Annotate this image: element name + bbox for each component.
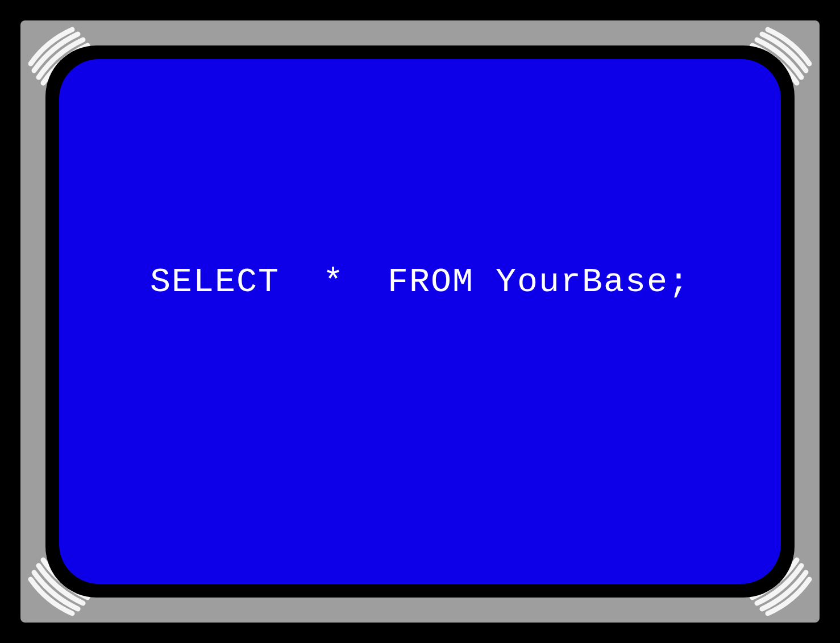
terminal-command-text: SELECT * FROM YourBase; [150,263,690,301]
screen-inner-border: SELECT * FROM YourBase; [45,45,795,598]
crt-screen: SELECT * FROM YourBase; [59,59,781,584]
outer-frame: SELECT * FROM YourBase; [0,0,840,643]
monitor-bezel: SELECT * FROM YourBase; [20,20,820,623]
